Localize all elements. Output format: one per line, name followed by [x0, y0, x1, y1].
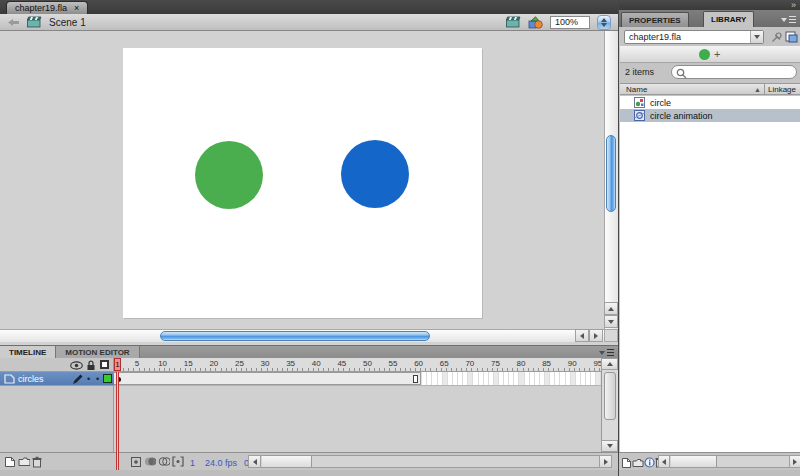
layer-frames-track[interactable] [114, 372, 601, 386]
vscroll-up-button[interactable] [604, 302, 618, 315]
movie-clip-symbol-icon [634, 110, 645, 121]
new-layer-button-icon[interactable] [4, 456, 16, 468]
library-hscroll-left-button[interactable] [658, 455, 670, 468]
tab-library[interactable]: LIBRARY [703, 11, 754, 27]
library-item-count: 2 items [625, 67, 654, 77]
show-hide-eye-icon[interactable] [70, 361, 83, 370]
timeline-panel: TIMELINE MOTION EDITOR 51015202530354045… [0, 345, 618, 476]
ruler-number: 20 [209, 359, 218, 368]
playhead-line[interactable] [116, 372, 119, 470]
stage-vscroll-thumb[interactable] [606, 135, 616, 212]
search-input[interactable] [688, 67, 788, 77]
stage-hscroll-thumb[interactable] [160, 331, 430, 341]
stage-horizontal-scrollbar[interactable] [0, 329, 604, 342]
stage-circle-blue[interactable] [341, 140, 409, 208]
column-divider[interactable] [764, 84, 765, 94]
new-library-panel-icon[interactable] [785, 31, 798, 43]
lock-icon[interactable] [86, 360, 96, 371]
timeline-hscroll-right-button[interactable] [599, 455, 612, 468]
pin-library-icon[interactable] [771, 32, 783, 43]
timeline-hscroll-thumb[interactable] [262, 456, 312, 467]
timeline-vscroll-thumb[interactable] [604, 372, 616, 420]
library-column-header[interactable]: Name ▲ Linkage [620, 83, 800, 95]
library-panel-menu-icon[interactable] [781, 16, 796, 23]
document-tab[interactable]: chapter19.fla × [6, 1, 88, 14]
library-bottom-bar [619, 452, 800, 470]
edit-symbols-button-icon[interactable] [528, 16, 543, 29]
delete-layer-trash-icon[interactable] [32, 456, 44, 468]
timeline-hscroll-left-button[interactable] [248, 455, 261, 468]
timeline-vertical-scrollbar[interactable] [601, 358, 618, 452]
library-horizontal-scrollbar[interactable] [658, 455, 799, 468]
ruler-number: 25 [235, 359, 244, 368]
tab-properties[interactable]: PROPERTIES [621, 12, 689, 27]
stage-pasteboard[interactable] [0, 31, 618, 345]
timeline-layer-header [0, 358, 114, 372]
outline-view-icon[interactable] [100, 360, 109, 369]
hscroll-right-button[interactable] [589, 329, 603, 342]
collapse-to-icons-icon[interactable]: » [791, 0, 796, 10]
scene-label[interactable]: Scene 1 [49, 17, 86, 28]
layer-lock-dot[interactable]: • [96, 376, 99, 382]
zoom-stepper[interactable] [597, 15, 611, 30]
sort-order-icon[interactable]: ▲ [754, 86, 761, 93]
layer-name-label[interactable]: circles [18, 374, 44, 384]
frames-empty-area[interactable] [114, 386, 601, 452]
ruler-number: 15 [184, 359, 193, 368]
frame-ruler[interactable]: 5101520253035404550556065707580859095 1 [114, 358, 601, 372]
edit-scene-button-icon[interactable] [506, 16, 521, 28]
onion-skin-outlines-icon[interactable] [158, 456, 170, 468]
stage-vertical-scrollbar[interactable] [604, 31, 618, 329]
ruler-number: 65 [440, 359, 449, 368]
hscroll-left-button[interactable] [575, 329, 589, 342]
playhead-marker[interactable]: 1 [114, 358, 121, 371]
scroll-up-arrow-icon [608, 307, 614, 311]
library-hscroll-thumb[interactable] [671, 456, 717, 467]
preview-circle-swatch [699, 49, 710, 60]
tab-close-icon[interactable]: × [74, 4, 79, 13]
edit-bar-right-controls: 100% [506, 15, 611, 30]
back-arrow-icon[interactable] [7, 18, 20, 27]
edit-multiple-frames-icon[interactable] [172, 456, 184, 468]
ruler-number: 70 [465, 359, 474, 368]
library-item-label[interactable]: circle animation [650, 111, 713, 121]
center-frame-icon[interactable] [130, 456, 142, 468]
library-item-list[interactable]: circle circle animation [620, 96, 800, 452]
stepper-down-icon[interactable] [601, 23, 607, 27]
column-linkage-label[interactable]: Linkage [768, 85, 796, 94]
stage-circle-green[interactable] [195, 141, 263, 209]
stage-canvas[interactable] [123, 48, 482, 318]
ruler-number: 10 [158, 359, 167, 368]
timeline-vscroll-up-button[interactable] [601, 358, 618, 370]
new-folder-button-icon[interactable] [632, 458, 644, 470]
new-folder-button-icon[interactable] [18, 456, 30, 468]
layer-visible-dot[interactable]: • [87, 376, 90, 382]
timeline-horizontal-scrollbar[interactable] [248, 455, 610, 468]
library-item-circle[interactable]: circle [620, 96, 800, 109]
library-search-box[interactable] [671, 65, 797, 79]
library-hscroll-right-button[interactable] [789, 455, 800, 468]
layer-list-empty-area[interactable] [0, 386, 114, 452]
library-item-label[interactable]: circle [650, 98, 671, 108]
zoom-level-field[interactable]: 100% [550, 16, 590, 29]
ruler-number: 75 [491, 359, 500, 368]
frame-rate-indicator[interactable]: 24.0 fps [205, 458, 237, 468]
preview-plus-glyph: + [714, 48, 720, 60]
end-frame-marker[interactable] [413, 375, 418, 383]
search-icon [676, 68, 687, 79]
ruler-number: 85 [542, 359, 551, 368]
stepper-up-icon[interactable] [601, 18, 607, 22]
library-document-select[interactable]: chapter19.fla [624, 30, 764, 44]
layer-outline-color-swatch[interactable] [103, 374, 112, 383]
onion-skin-icon[interactable] [144, 456, 156, 468]
select-dropdown-button[interactable] [750, 31, 763, 43]
ruler-number: 80 [517, 359, 526, 368]
frame-span-1-60[interactable] [114, 372, 421, 385]
vscroll-down-button[interactable] [604, 315, 618, 328]
layer-row-circles[interactable]: circles • • [0, 372, 114, 386]
timeline-status-bar: 1 24.0 fps 0.0 s [0, 452, 618, 470]
timeline-panel-menu-icon[interactable] [599, 349, 614, 356]
timeline-vscroll-down-button[interactable] [601, 440, 618, 452]
column-name-label[interactable]: Name [626, 85, 754, 94]
library-item-circle-animation[interactable]: circle animation [620, 109, 800, 122]
